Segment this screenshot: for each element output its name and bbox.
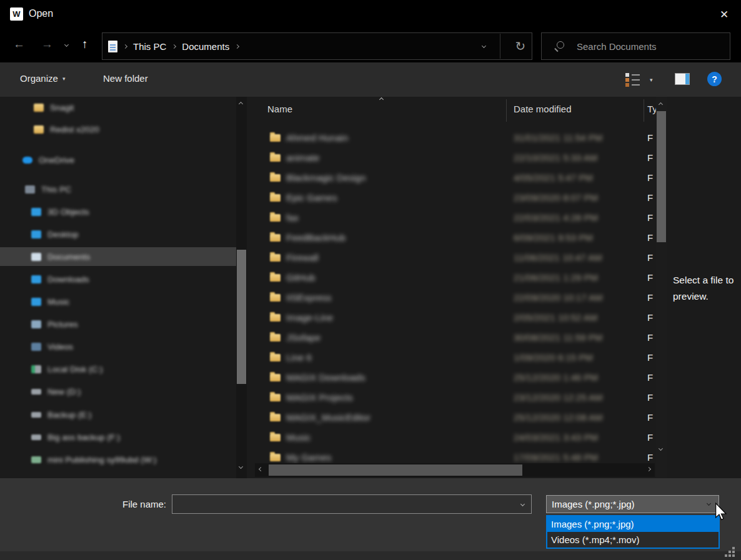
folder-icon <box>270 254 281 262</box>
network-drive-icon <box>31 456 41 463</box>
resize-grip[interactable] <box>725 547 727 549</box>
folder-icon <box>270 334 281 341</box>
search-input[interactable] <box>577 33 725 59</box>
preview-pane-icon[interactable] <box>675 73 690 85</box>
hard-drive-icon <box>31 389 41 395</box>
scroll-down-icon[interactable] <box>239 464 243 469</box>
file-list-scrollbar-thumb[interactable] <box>657 111 666 242</box>
computer-icon <box>25 185 35 194</box>
sidebar-item-onedrive[interactable]: OneDrive <box>22 150 74 169</box>
sidebar-item-pictures[interactable]: Pictures <box>31 315 78 333</box>
table-row[interactable]: Epic Games23/09/2020 8:07 PMF <box>256 188 655 208</box>
file-type-option-videos[interactable]: Videos (*.mp4;*.mov) <box>547 532 719 548</box>
column-divider[interactable] <box>644 99 644 122</box>
back-button[interactable]: ← <box>13 36 25 52</box>
close-button[interactable]: ✕ <box>712 5 736 24</box>
table-row[interactable]: MAGIX_MusicEditor25/12/2020 12:08 AMF <box>256 408 655 428</box>
refresh-button[interactable]: ↻ <box>509 37 532 55</box>
views-caret-icon[interactable]: ▾ <box>650 77 653 83</box>
table-row[interactable]: Firewall11/06/2021 10:47 AMF <box>256 248 655 268</box>
sidebar-item-local-disk-c[interactable]: Local Disk (C:) <box>31 360 103 378</box>
documents-folder-icon <box>31 253 41 261</box>
file-type-selected-value: Images (*.png;*.jpg) <box>547 499 635 509</box>
horizontal-scrollbar-thumb[interactable] <box>269 464 522 476</box>
title-bar: W Open ✕ <box>0 0 741 29</box>
file-type-options-list: Images (*.png;*.jpg) Videos (*.mp4;*.mov… <box>546 515 720 549</box>
folder-icon <box>270 194 281 202</box>
table-row[interactable]: MAGIX Downloads25/12/2020 1:46 PMF <box>256 368 655 388</box>
table-row[interactable]: IISExpress22/09/2020 10:17 AMF <box>256 288 655 308</box>
sidebar-item-drive-f[interactable]: Big ass backup (F:) <box>31 428 120 446</box>
videos-icon <box>31 343 41 351</box>
horizontal-scrollbar[interactable] <box>255 463 655 477</box>
open-dialog-window: W Open ✕ ← → ↑ This PC Documents ↻ Organ… <box>0 0 741 560</box>
folder-icon <box>270 294 281 302</box>
table-row[interactable]: Ahmed Hunain31/01/2021 11:54 PMF <box>256 128 655 148</box>
sidebar-item-redist[interactable]: Redist x2020 <box>34 120 99 139</box>
column-divider[interactable] <box>506 99 507 122</box>
folder-icon <box>270 434 281 441</box>
table-row[interactable]: Blackmagic Design4/05/2021 5:47 PMF <box>256 168 655 188</box>
table-row[interactable]: Image-Line2/05/2021 10:52 AMF <box>256 308 655 328</box>
table-row[interactable]: JSofape30/08/2021 11:59 PMF <box>256 328 655 348</box>
sidebar-item-3d-objects[interactable]: 3D Objects <box>31 202 89 221</box>
file-type-option-images[interactable]: Images (*.png;*.jpg) <box>547 516 719 532</box>
breadcrumb-chevron-icon <box>172 44 176 48</box>
file-name-input[interactable] <box>176 495 514 513</box>
column-header-date-modified[interactable]: Date modified <box>514 104 572 114</box>
scroll-down-icon[interactable] <box>659 446 663 451</box>
breadcrumb-chevron-icon <box>123 44 127 48</box>
breadcrumb-documents[interactable]: Documents <box>182 41 229 52</box>
window-title: Open <box>29 8 53 19</box>
sidebar-item-music[interactable]: Music <box>31 292 69 311</box>
table-row[interactable]: MAGIX Projects23/12/2020 12:25 AMF <box>256 388 655 408</box>
sidebar-item-network-drive[interactable]: mini Publishing sy99ubd (W:) <box>31 450 157 469</box>
table-row[interactable]: GitHub21/06/2021 1:29 PMF <box>256 268 655 288</box>
address-bar-divider <box>500 34 500 59</box>
column-header-name[interactable]: Name <box>267 104 292 114</box>
hard-drive-icon <box>31 365 41 373</box>
scroll-up-icon[interactable] <box>239 102 243 106</box>
search-icon <box>557 41 564 49</box>
file-type-dropdown[interactable]: Images (*.png;*.jpg) <box>546 495 719 513</box>
file-name-combobox[interactable] <box>172 494 532 514</box>
scroll-left-icon[interactable] <box>259 467 263 471</box>
table-row[interactable]: animate22/10/2021 5:33 AMF <box>256 148 655 168</box>
sidebar-item-documents[interactable]: Documents <box>31 247 90 266</box>
table-row[interactable]: FeedBackHub6/09/2021 9:53 PMF <box>256 228 655 248</box>
sidebar-scrollbar-thumb[interactable] <box>237 250 246 384</box>
sidebar-item-drive-d[interactable]: New (D:) <box>31 382 81 401</box>
sidebar-item-desktop[interactable]: Desktop <box>31 225 79 243</box>
folder-icon <box>270 314 281 322</box>
table-row[interactable]: fax22/03/2021 4:28 PMF <box>256 208 655 228</box>
organize-label: Organize <box>20 73 58 84</box>
breadcrumb-this-pc[interactable]: This PC <box>133 41 166 52</box>
folder-icon <box>270 374 281 381</box>
sidebar-item-this-pc[interactable]: This PC <box>25 180 71 199</box>
table-row[interactable]: Music24/03/2021 3:43 PMF <box>256 428 655 448</box>
organize-button[interactable]: Organize ▾ <box>20 73 65 84</box>
file-list-scrollbar[interactable] <box>656 97 667 478</box>
mouse-cursor <box>715 503 727 521</box>
up-button[interactable]: ↑ <box>82 36 88 52</box>
downloads-icon <box>31 275 41 283</box>
address-bar[interactable]: This PC Documents ↻ <box>102 32 532 60</box>
pictures-icon <box>31 320 41 328</box>
details-view-icon[interactable] <box>625 72 640 86</box>
forward-button[interactable]: → <box>41 36 53 52</box>
sidebar-scrollbar[interactable] <box>236 97 247 478</box>
folder-icon <box>34 125 44 134</box>
organize-caret-icon: ▾ <box>62 76 66 82</box>
sidebar-item-downloads[interactable]: Downloads <box>31 270 89 288</box>
table-row[interactable]: Line 61/09/2020 6:15 PMF <box>256 348 655 368</box>
new-folder-button[interactable]: New folder <box>103 73 148 84</box>
address-dropdown-chevron-icon[interactable] <box>482 44 486 48</box>
help-button[interactable]: ? <box>707 72 722 86</box>
scroll-right-icon[interactable] <box>647 467 651 471</box>
sidebar-item-snagit[interactable]: Snagit <box>34 98 74 117</box>
file-name-dropdown-chevron-icon[interactable] <box>520 502 525 506</box>
sidebar-item-videos[interactable]: Videos <box>31 337 73 356</box>
sidebar-item-drive-e[interactable]: Backup (E:) <box>31 405 92 424</box>
search-box[interactable] <box>541 32 730 60</box>
scroll-up-icon[interactable] <box>659 102 663 107</box>
